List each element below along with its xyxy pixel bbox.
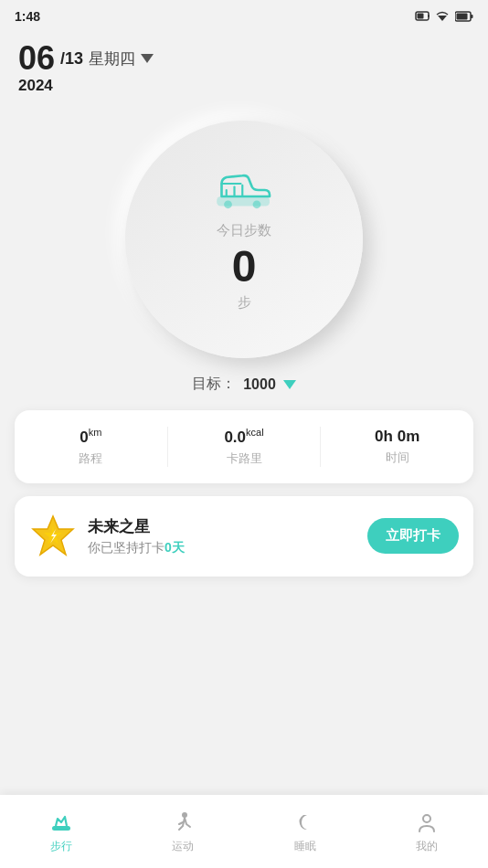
date-slash: /13 bbox=[60, 49, 83, 69]
stat-time-value: 0h 0m bbox=[375, 428, 419, 446]
svg-point-8 bbox=[224, 200, 232, 208]
sleep-icon bbox=[292, 810, 318, 835]
badge-info: 未来之星 你已坚持打卡0天 bbox=[88, 516, 356, 556]
goal-value: 1000 bbox=[243, 376, 276, 393]
shoe-icon bbox=[212, 167, 276, 213]
nav-label-mine: 我的 bbox=[416, 839, 438, 854]
date-number: 06 bbox=[18, 42, 55, 75]
today-steps-label: 今日步数 bbox=[217, 222, 271, 239]
date-row: 06 /13 星期四 bbox=[18, 42, 470, 75]
nav-item-mine[interactable]: 我的 bbox=[366, 810, 489, 854]
nav-item-sport[interactable]: 运动 bbox=[122, 810, 245, 854]
badge-icon bbox=[29, 513, 77, 560]
nav-label-sleep: 睡眠 bbox=[294, 839, 316, 854]
date-dropdown-arrow[interactable] bbox=[141, 54, 154, 63]
nav-item-sleep[interactable]: 睡眠 bbox=[244, 810, 366, 854]
wifi-icon bbox=[435, 9, 450, 24]
stats-row: 0km 路程 0.0kcal 卡路里 0h 0m 时间 bbox=[15, 410, 473, 483]
svg-rect-2 bbox=[428, 15, 430, 17]
stat-distance-value: 0km bbox=[80, 427, 101, 447]
stat-calories: 0.0kcal 卡路里 bbox=[168, 427, 322, 467]
nav-item-walk[interactable]: 步行 bbox=[0, 810, 122, 854]
stat-time: 0h 0m 时间 bbox=[321, 427, 473, 467]
date-weekday: 星期四 bbox=[89, 48, 135, 69]
year-label: 2024 bbox=[18, 77, 470, 95]
checkin-button[interactable]: 立即打卡 bbox=[367, 518, 459, 554]
stat-time-label: 时间 bbox=[386, 450, 409, 466]
stat-calories-label: 卡路里 bbox=[227, 450, 262, 467]
status-icon-a bbox=[415, 8, 430, 26]
nav-label-sport: 运动 bbox=[172, 839, 194, 854]
svg-point-9 bbox=[253, 200, 261, 208]
badge-subtitle: 你已坚持打卡0天 bbox=[88, 540, 356, 556]
walk-icon bbox=[48, 810, 74, 835]
mine-icon bbox=[414, 810, 440, 835]
goal-dropdown-arrow[interactable] bbox=[283, 380, 296, 389]
goal-row: 目标： 1000 bbox=[0, 375, 488, 394]
svg-point-14 bbox=[423, 815, 430, 822]
battery-icon bbox=[455, 10, 473, 23]
circle-inner: 今日步数 0 步 bbox=[125, 121, 363, 358]
svg-marker-3 bbox=[438, 16, 447, 21]
stat-distance-label: 路程 bbox=[79, 450, 102, 467]
status-time: 1:48 bbox=[15, 9, 40, 24]
status-icons bbox=[415, 8, 473, 26]
svg-rect-12 bbox=[52, 826, 70, 831]
status-bar: 1:48 bbox=[0, 0, 488, 33]
goal-label: 目标： bbox=[192, 375, 236, 394]
nav-label-walk: 步行 bbox=[50, 839, 72, 854]
steps-count: 0 bbox=[232, 245, 257, 289]
stat-distance: 0km 路程 bbox=[15, 427, 168, 467]
stat-calories-value: 0.0kcal bbox=[224, 427, 263, 447]
svg-rect-1 bbox=[418, 13, 424, 18]
steps-unit: 步 bbox=[238, 294, 251, 312]
bottom-nav: 步行 运动 睡眠 我的 bbox=[0, 795, 488, 868]
badge-card: 未来之星 你已坚持打卡0天 立即打卡 bbox=[15, 496, 473, 577]
svg-rect-6 bbox=[471, 15, 473, 18]
sport-icon bbox=[170, 810, 196, 835]
badge-title: 未来之星 bbox=[88, 516, 356, 537]
step-counter-circle: 今日步数 0 步 bbox=[0, 121, 488, 358]
header: 06 /13 星期四 2024 bbox=[0, 33, 488, 99]
svg-rect-5 bbox=[457, 14, 468, 20]
